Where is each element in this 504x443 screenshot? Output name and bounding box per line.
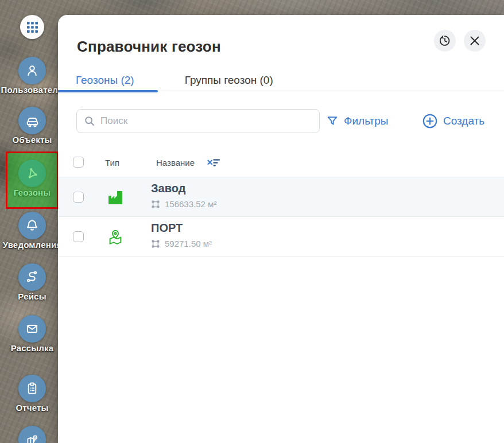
plus-circle-icon bbox=[422, 113, 438, 129]
sidebar-item-label: Отчеты bbox=[15, 403, 48, 413]
column-header-type: Тип bbox=[105, 153, 119, 172]
app-window: Пользователи Объекты bbox=[0, 0, 504, 443]
close-icon bbox=[470, 36, 480, 46]
table-row-zavod[interactable]: Завод 156633.52 м² bbox=[58, 177, 504, 217]
area-value: 59271.50 м² bbox=[165, 239, 212, 248]
apps-grid-icon[interactable] bbox=[20, 15, 44, 39]
search-input[interactable] bbox=[100, 115, 312, 127]
user-icon[interactable] bbox=[18, 57, 46, 84]
bell-icon[interactable] bbox=[18, 212, 46, 239]
history-icon bbox=[439, 34, 451, 47]
polygon-area-icon bbox=[151, 200, 160, 209]
table-header: Тип Название bbox=[58, 153, 504, 172]
create-label: Создать bbox=[443, 115, 484, 127]
create-button[interactable]: Создать bbox=[422, 109, 484, 133]
report-clipboard-icon[interactable] bbox=[18, 375, 46, 402]
table-row-port[interactable]: ПОРТ 59271.50 м² bbox=[58, 217, 504, 257]
sidebar-item-label: Уведомления bbox=[3, 240, 62, 250]
sidebar-item-label: Объекты bbox=[12, 135, 52, 145]
close-button[interactable] bbox=[464, 30, 486, 52]
sidebar-item-label: Рейсы bbox=[18, 292, 46, 301]
mail-icon[interactable] bbox=[18, 315, 46, 343]
map-pin-icon bbox=[106, 228, 125, 246]
geozones-directory-panel: Справочник геозон Геозоны (2) Группы гео… bbox=[58, 15, 504, 443]
page-title: Справочник геозон bbox=[77, 38, 221, 56]
history-button[interactable] bbox=[434, 30, 456, 52]
polygon-area-icon bbox=[151, 239, 160, 248]
geozone-name: Завод bbox=[151, 182, 185, 195]
geozone-name: ПОРТ bbox=[151, 222, 183, 235]
column-header-name: Название bbox=[156, 153, 195, 172]
active-tab-underline bbox=[58, 90, 158, 92]
geozones-table: Завод 156633.52 м² bbox=[58, 177, 504, 257]
geozones-highlight-overlay bbox=[6, 151, 59, 209]
route-icon[interactable] bbox=[18, 263, 46, 291]
sidebar-item-label: Рассылка bbox=[11, 343, 54, 353]
select-all-checkbox[interactable] bbox=[73, 157, 84, 168]
geozone-area: 59271.50 м² bbox=[151, 239, 212, 248]
search-icon bbox=[84, 115, 95, 127]
tab-bar: Геозоны (2) Группы геозон (0) bbox=[58, 70, 504, 91]
filter-funnel-icon bbox=[326, 115, 339, 127]
filters-button[interactable]: Фильтры bbox=[326, 109, 388, 133]
row-checkbox[interactable] bbox=[73, 192, 84, 203]
toolbar: Фильтры Создать bbox=[58, 109, 504, 133]
car-icon[interactable] bbox=[18, 107, 46, 134]
sidebar-item-label: Пользователи bbox=[1, 85, 64, 95]
tab-geozones[interactable]: Геозоны (2) bbox=[76, 74, 134, 87]
tab-geozone-groups[interactable]: Группы геозон (0) bbox=[185, 74, 273, 87]
clear-sort-icon[interactable] bbox=[206, 155, 221, 170]
geozone-area: 156633.52 м² bbox=[151, 199, 216, 209]
area-value: 156633.52 м² bbox=[165, 199, 216, 209]
filters-label: Фильтры bbox=[344, 115, 388, 127]
row-checkbox[interactable] bbox=[73, 231, 84, 242]
factory-icon bbox=[106, 188, 125, 207]
search-box[interactable] bbox=[76, 109, 320, 133]
